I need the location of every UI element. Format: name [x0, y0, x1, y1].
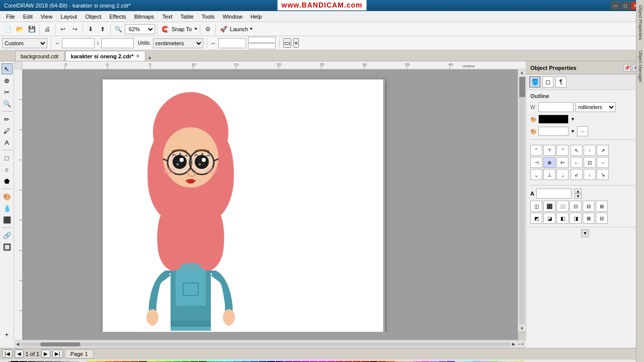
last-page-button[interactable]: ▶|: [52, 349, 63, 358]
select-tool[interactable]: ↖: [2, 63, 13, 74]
align-mc-button[interactable]: ⊕: [543, 157, 555, 168]
snap-button[interactable]: 🧲: [159, 24, 171, 35]
tab-karakter[interactable]: karakter si oneng 2.cdr* ✕: [65, 51, 145, 61]
align-mr-button[interactable]: ⊢: [556, 157, 569, 168]
menu-file[interactable]: File: [2, 13, 19, 21]
scroll-thumb-v[interactable]: [519, 77, 525, 97]
launch-button[interactable]: 🚀: [218, 24, 229, 35]
open-button[interactable]: 📂: [14, 24, 25, 35]
launch-dropdown[interactable]: ▼: [249, 27, 253, 31]
shadow-tool[interactable]: 🔲: [2, 241, 13, 252]
dist-tc-button[interactable]: ↑: [584, 145, 596, 156]
more-options-button[interactable]: ···: [577, 126, 588, 136]
dup-h-input[interactable]: 0,5 cm: [248, 37, 276, 43]
add-page-btn[interactable]: +: [2, 329, 13, 340]
align-tl-button[interactable]: ⌜: [530, 145, 542, 156]
extra-align-9[interactable]: ◧: [556, 213, 569, 224]
tab-background[interactable]: background.cdr: [15, 51, 64, 61]
nudge-input[interactable]: 0,1 cm: [218, 38, 246, 48]
menu-table[interactable]: Table: [177, 13, 198, 21]
align-ml-button[interactable]: ⊣: [530, 157, 542, 168]
extra-align-4[interactable]: ⊡: [570, 201, 582, 212]
outline-tab-button[interactable]: ◻: [542, 76, 553, 87]
extra-align-1[interactable]: ◫: [530, 201, 542, 212]
polygon-tool[interactable]: ⬟: [2, 175, 13, 187]
zoom-in-btn[interactable]: 🔍: [113, 24, 124, 35]
freehand-tool[interactable]: ✏: [2, 114, 13, 125]
width-input[interactable]: 30,0 cm: [62, 38, 95, 48]
maximize-button[interactable]: □: [621, 2, 630, 10]
menu-tools[interactable]: Tools: [198, 13, 219, 21]
minimize-button[interactable]: ─: [611, 2, 620, 10]
fill-tool[interactable]: 🎨: [2, 191, 13, 202]
fill-tab-button[interactable]: 🪣: [529, 76, 540, 87]
dist-mr-button[interactable]: →: [597, 157, 609, 168]
size-value-input[interactable]: 5,0: [536, 189, 572, 199]
menu-bitmaps[interactable]: Bitmaps: [130, 13, 158, 21]
crop-tool[interactable]: ✂: [2, 86, 13, 98]
panel-expand-button[interactable]: ▼: [581, 229, 589, 237]
shape-tool[interactable]: ⊕: [2, 75, 13, 86]
outline-width-input[interactable]: 0,25 mm: [538, 102, 574, 112]
zoom-in-btn-bottom[interactable]: +: [521, 342, 524, 346]
scroll-track-v[interactable]: [519, 77, 525, 324]
connector-tool[interactable]: 🔗: [2, 230, 13, 241]
outline-units-select[interactable]: millimeters centimeters inches: [576, 102, 616, 112]
size-up-button[interactable]: ▲: [575, 189, 582, 194]
dup-v-input[interactable]: 0,5 cm: [248, 43, 276, 49]
ellipse-tool[interactable]: ○: [2, 164, 13, 175]
options-button[interactable]: ⚙: [202, 24, 213, 35]
menu-help[interactable]: Help: [247, 13, 266, 21]
preset-select[interactable]: Custom: [2, 38, 47, 48]
menu-text[interactable]: Text: [158, 13, 176, 21]
blend-tool[interactable]: ⬛: [2, 214, 13, 225]
extra-align-8[interactable]: ◪: [543, 213, 555, 224]
vtab-object-manager[interactable]: Object Manager: [637, 47, 643, 85]
scroll-up-arrow[interactable]: ▲: [518, 69, 526, 76]
align-bc-button[interactable]: ⊥: [543, 169, 555, 180]
extra-align-7[interactable]: ◩: [530, 213, 542, 224]
new-button[interactable]: 📄: [2, 24, 13, 35]
scroll-down-arrow[interactable]: ▼: [518, 325, 526, 332]
menu-edit[interactable]: Edit: [19, 13, 37, 21]
export-button[interactable]: ⬆: [97, 24, 108, 35]
prev-page-button[interactable]: ◀: [15, 349, 24, 358]
text-tool[interactable]: A: [2, 137, 13, 148]
scroll-left-arrow[interactable]: ◀: [16, 342, 19, 346]
next-page-button[interactable]: ▶: [41, 349, 50, 358]
scroll-right-arrow[interactable]: ▶: [512, 342, 515, 346]
page-border-button[interactable]: ▭: [283, 38, 291, 48]
color-dropdown1[interactable]: ▼: [571, 117, 575, 122]
extra-align-2[interactable]: ⬛: [543, 201, 555, 212]
tab-close-icon[interactable]: ✕: [136, 54, 140, 59]
h-scroll-track[interactable]: [20, 342, 511, 346]
first-page-button[interactable]: |◀: [2, 349, 13, 358]
page-tab-1[interactable]: Page 1: [65, 349, 94, 358]
color-dropdown2[interactable]: ▼: [571, 129, 575, 134]
align-br-button[interactable]: ⌟: [556, 169, 569, 180]
print-button[interactable]: 🖨: [42, 24, 53, 35]
menu-layout[interactable]: Layout: [56, 13, 81, 21]
dist-bl-button[interactable]: ↙: [571, 169, 583, 180]
dist-br-button[interactable]: ↘: [597, 169, 609, 180]
menu-window[interactable]: Window: [219, 13, 247, 21]
extra-align-3[interactable]: ⬜: [556, 201, 569, 212]
dist-tl-button[interactable]: ↖: [571, 145, 583, 156]
dist-bc-button[interactable]: ↓: [584, 169, 596, 180]
dist-tr-button[interactable]: ↗: [597, 145, 609, 156]
zoom-tool[interactable]: 🔍: [2, 98, 13, 109]
dist-ml-button[interactable]: ←: [571, 157, 583, 168]
bleed-button[interactable]: +: [293, 38, 299, 48]
align-bl-button[interactable]: ⌞: [530, 169, 542, 180]
extra-align-11[interactable]: ⊠: [583, 213, 595, 224]
canvas-area[interactable]: -5 0 5 10 15 20 25 30 35: [14, 61, 526, 340]
zoom-out-btn-bottom[interactable]: −: [518, 342, 521, 346]
panel-pin-button[interactable]: 📌: [623, 64, 631, 72]
vtab-object-properties[interactable]: Object Properties: [637, 2, 643, 43]
menu-view[interactable]: View: [37, 13, 57, 21]
zoom-select[interactable]: 62% 50% 75% 100%: [125, 24, 155, 34]
extra-align-12[interactable]: ⊟: [596, 213, 608, 224]
eyedropper-tool[interactable]: 💧: [2, 203, 13, 214]
snap-dropdown[interactable]: ▼: [194, 27, 198, 31]
menu-object[interactable]: Object: [81, 13, 105, 21]
